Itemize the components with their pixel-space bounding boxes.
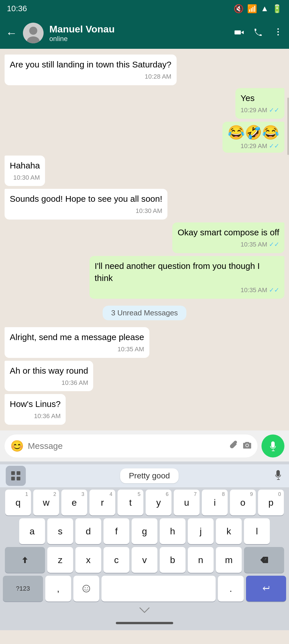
signal-icon: ▲ [261,4,269,13]
bubble-received-5: Sounds good! Hope to see you all soon! 1… [5,189,167,220]
key-d[interactable]: d [75,518,101,544]
bubble-sent-7: I'll need another question from you thou… [89,256,284,299]
svg-rect-9 [17,477,20,480]
key-row-2: a s d f g h j k l [3,518,286,544]
bubble-received-4: Hahaha 10:30 AM [5,156,45,186]
msg-time-u1: 10:35 AM [118,345,144,354]
keyboard-bottom-bar [0,616,289,630]
enter-key[interactable] [246,576,286,602]
key-h[interactable]: h [160,518,185,544]
key-row-1: 1q 2w 3e 4r 5t 6y 7u 8i 9o 0p [3,490,286,515]
msg-text-6: Okay smart compose is off [177,228,279,237]
msg-text-u2: Ah or this way round [10,366,88,375]
contact-name: Manuel Vonau [49,24,228,35]
home-indicator [116,622,173,624]
msg-time-u2: 10:36 AM [62,379,88,387]
key-row-4: ?123 , . [3,576,286,602]
back-button[interactable]: ← [6,27,17,40]
msg-text-4: Hahaha [10,161,40,170]
key-row-3: z x c v b n m [3,547,286,573]
message-input[interactable] [28,441,225,451]
bubble-sent-6: Okay smart compose is off 10:35 AM ✓✓ [172,222,284,253]
suggestion-bar: Pretty good [26,468,273,483]
key-g[interactable]: g [132,518,157,544]
key-rows: 1q 2w 3e 4r 5t 6y 7u 8i 9o 0p a s d f g … [0,487,289,602]
contact-avatar[interactable] [23,23,44,43]
bubble-received-1: Are you still landing in town this Satur… [5,55,177,85]
msg-time-u3: 10:36 AM [34,412,61,421]
keyboard-grid-button[interactable] [6,466,26,486]
msg-emoji-3: 😂🤣😂 [228,125,279,140]
space-key[interactable] [101,576,216,602]
key-b[interactable]: b [160,547,185,573]
msg-ticks-3: ✓✓ [269,142,279,150]
key-comma[interactable]: , [45,576,71,602]
key-q[interactable]: 1q [5,490,31,515]
key-v[interactable]: v [132,547,157,573]
key-e[interactable]: 3e [61,490,87,515]
message-received-u1: Alright, send me a message please 10:35 … [5,327,284,358]
video-call-button[interactable] [234,27,244,39]
svg-rect-8 [11,477,15,480]
key-c[interactable]: c [104,547,129,573]
key-z[interactable]: z [47,547,73,573]
shift-key[interactable] [5,547,45,573]
key-l[interactable]: l [244,518,270,544]
key-x[interactable]: x [75,547,101,573]
key-p[interactable]: 0p [258,490,284,515]
key-emoji[interactable] [73,576,99,602]
message-received-5: Sounds good! Hope to see you all soon! 1… [5,189,284,220]
key-o[interactable]: 9o [230,490,256,515]
key-a[interactable]: a [19,518,45,544]
msg-text-5: Sounds good! Hope to see you all soon! [10,194,162,203]
bubble-received-u3: How's Linus? 10:36 AM [5,394,66,425]
msg-time-3: 10:29 AM [241,142,267,150]
voice-call-button[interactable] [253,27,264,39]
svg-point-10 [83,585,90,592]
chevron-down-area[interactable] [0,604,289,616]
header-actions [234,27,283,39]
svg-point-3 [278,28,279,30]
toolbar-left [6,466,26,486]
key-j[interactable]: j [188,518,214,544]
unread-divider: 3 Unread Messages [5,306,284,320]
msg-time-2: 10:29 AM [241,106,267,115]
voice-button[interactable] [261,434,284,457]
key-period[interactable]: . [218,576,244,602]
keyboard: Pretty good 1q 2w 3e 4r 5t 6y 7u 8i 9o 0… [0,461,289,630]
msg-ticks-7: ✓✓ [269,286,279,295]
backspace-key[interactable] [244,547,284,573]
key-i[interactable]: 8i [202,490,228,515]
scroll-indicator [287,98,289,155]
key-m[interactable]: m [216,547,242,573]
message-received-u3: How's Linus? 10:36 AM [5,394,284,425]
input-area: 😊 [0,430,289,461]
attach-button[interactable] [229,440,239,452]
key-k[interactable]: k [216,518,242,544]
key-n[interactable]: n [188,547,214,573]
key-w[interactable]: 2w [33,490,59,515]
key-r[interactable]: 4r [89,490,115,515]
more-options-button[interactable] [273,27,283,39]
key-t[interactable]: 5t [118,490,143,515]
key-u[interactable]: 7u [174,490,200,515]
svg-point-11 [85,587,86,588]
message-sent-3: 😂🤣😂 10:29 AM ✓✓ [5,122,284,153]
key-f[interactable]: f [104,518,129,544]
suggestion-pretty-good[interactable]: Pretty good [120,468,178,483]
key-y[interactable]: 6y [146,490,171,515]
emoji-button[interactable]: 😊 [10,440,24,452]
keyboard-mic-button[interactable] [273,470,283,482]
keyboard-toolbar: Pretty good [0,464,289,487]
message-input-wrapper: 😊 [5,434,257,457]
svg-point-5 [278,34,279,36]
chat-header: ← Manuel Vonau online [0,17,289,49]
msg-time-6: 10:35 AM [241,240,267,249]
contact-info[interactable]: Manuel Vonau online [49,24,228,43]
svg-point-12 [87,587,88,588]
camera-button[interactable] [243,440,252,452]
key-s[interactable]: s [47,518,73,544]
battery-icon: 🔋 [272,4,282,13]
msg-text-7: I'll need another question from you thou… [95,261,260,283]
numbers-key[interactable]: ?123 [3,576,43,602]
